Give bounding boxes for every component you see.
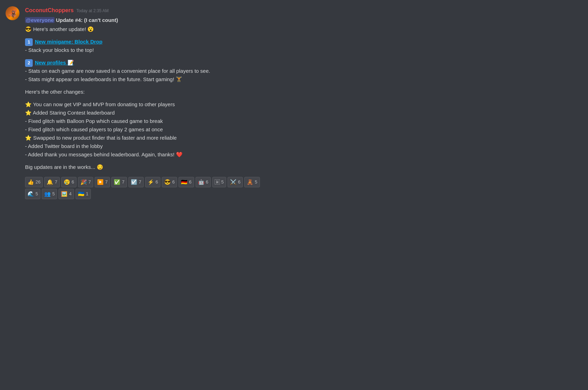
reaction-count: 4 (69, 190, 71, 198)
reaction-count: 7 (105, 179, 108, 186)
reaction-count: 5 (221, 179, 224, 186)
badge-1: 1 (25, 38, 33, 46)
change-item: - Added thank you messages behind leader… (25, 150, 269, 159)
timestamp: Today at 2:35 AM (77, 8, 109, 14)
reactions-bar: 👍26🔔7😢6🎉7▶️7✅7☑️7⚡6😎6🇩🇪6🤖6🇼5⚔️6🧸5🌊5👥5🖼️4… (25, 176, 269, 199)
reaction-count: 1 (86, 190, 88, 198)
section1: 1 New minigame: Block Drop - Stack your … (25, 38, 269, 54)
section2-body1: - Stats on each game are now saved in a … (25, 67, 269, 75)
reaction-button[interactable]: 🌊5 (25, 189, 40, 199)
reaction-count: 6 (238, 179, 240, 186)
reaction-count: 6 (206, 179, 208, 186)
username[interactable]: CoconutChoppers (25, 6, 74, 15)
change-item: - Fixed glitch which caused players to p… (25, 125, 269, 134)
changes-list: ⭐ You can now get VIP and MVP from donat… (25, 100, 269, 159)
reaction-emoji: 👥 (44, 190, 51, 198)
message-container: 🦧 CoconutChoppers Today at 2:35 AM @ever… (0, 0, 588, 202)
change-item: ⭐ You can now get VIP and MVP from donat… (25, 100, 269, 109)
reaction-button[interactable]: 😢6 (61, 177, 77, 187)
reaction-count: 6 (172, 179, 175, 186)
reaction-emoji: 🖼️ (61, 190, 67, 198)
reaction-emoji: ✅ (114, 178, 120, 186)
reaction-count: 5 (52, 190, 55, 198)
reaction-emoji: 🔔 (47, 178, 53, 186)
message-body: @everyone Update #4: (I can't count) 😎 H… (25, 16, 269, 199)
reaction-count: 7 (139, 179, 141, 186)
reaction-emoji: 🎉 (80, 178, 87, 186)
reaction-button[interactable]: 🇺🇦1 (76, 189, 91, 199)
message-header: CoconutChoppers Today at 2:35 AM (25, 6, 269, 15)
subject-bold: Update #4: (I can't count) (56, 17, 118, 23)
reaction-button[interactable]: 👥5 (42, 189, 57, 199)
reaction-button[interactable]: 🎉7 (78, 177, 93, 187)
reaction-emoji: 🇺🇦 (78, 190, 85, 198)
reaction-emoji: ⚔️ (230, 178, 237, 186)
reaction-button[interactable]: 🖼️4 (58, 189, 74, 199)
reaction-count: 6 (189, 179, 191, 186)
change-item: ⭐ Swapped to new product finder that is … (25, 134, 269, 142)
reaction-button[interactable]: 👍26 (25, 177, 43, 187)
reaction-button[interactable]: ⚡6 (145, 177, 160, 187)
reaction-button[interactable]: ☑️7 (128, 177, 144, 187)
reaction-button[interactable]: 🇼5 (212, 177, 226, 187)
message-content: CoconutChoppers Today at 2:35 AM @everyo… (25, 6, 269, 199)
reaction-emoji: 🇼 (215, 178, 220, 186)
reaction-emoji: 🌊 (27, 190, 34, 198)
section2-title-line: 2 New profiles 📝 (25, 58, 269, 67)
reaction-emoji: 🤖 (198, 178, 205, 186)
reaction-count: 6 (156, 179, 158, 186)
reaction-button[interactable]: 🔔7 (44, 177, 59, 187)
reaction-emoji: 🧸 (247, 178, 253, 186)
reaction-button[interactable]: ⚔️6 (228, 177, 243, 187)
avatar[interactable]: 🦧 (6, 6, 19, 20)
change-item: - Fixed glitch with Balloon Pop which ca… (25, 117, 269, 125)
section1-body: - Stack your blocks to the top! (25, 46, 269, 54)
reaction-emoji: ☑️ (131, 178, 137, 186)
mention-tag[interactable]: @everyone (25, 17, 55, 23)
reaction-emoji: 👍 (27, 178, 34, 186)
reaction-emoji: 😢 (64, 178, 70, 186)
reaction-count: 7 (122, 179, 124, 186)
reaction-button[interactable]: 🤖6 (196, 177, 211, 187)
reaction-count: 6 (72, 179, 74, 186)
reaction-count: 7 (55, 179, 57, 186)
intro-line: 😎 Here's another update! 😮 (25, 25, 269, 33)
change-item: ⭐ Added Staring Contest leaderboard (25, 109, 269, 117)
reaction-emoji: ▶️ (97, 178, 104, 186)
section2: 2 New profiles 📝 - Stats on each game ar… (25, 58, 269, 84)
reaction-button[interactable]: 🧸5 (244, 177, 260, 187)
reaction-button[interactable]: ▶️7 (95, 177, 110, 187)
section2-title[interactable]: New profiles 📝 (35, 60, 74, 65)
reaction-count: 5 (35, 190, 38, 198)
section2-body2: - Stats might appear on leaderboards in … (25, 75, 269, 84)
reaction-emoji: 😎 (164, 178, 171, 186)
message-subject-line: @everyone Update #4: (I can't count) (25, 16, 269, 24)
reaction-button[interactable]: 🇩🇪6 (178, 177, 194, 187)
closing-line: Big updates are in the works... 😏 (25, 163, 269, 171)
reaction-emoji: 🇩🇪 (181, 178, 188, 186)
reaction-count: 26 (35, 179, 40, 186)
reaction-count: 7 (88, 179, 91, 186)
other-changes-header: Here's the other changes: (25, 88, 269, 96)
reaction-count: 5 (255, 179, 257, 186)
section1-title[interactable]: New minigame: Block Drop (35, 39, 102, 45)
reaction-button[interactable]: ✅7 (111, 177, 127, 187)
badge-2: 2 (25, 59, 33, 67)
section1-title-line: 1 New minigame: Block Drop (25, 38, 269, 46)
reaction-button[interactable]: 😎6 (162, 177, 177, 187)
reaction-emoji: ⚡ (148, 178, 154, 186)
change-item: - Added Twitter board in the lobby (25, 142, 269, 150)
